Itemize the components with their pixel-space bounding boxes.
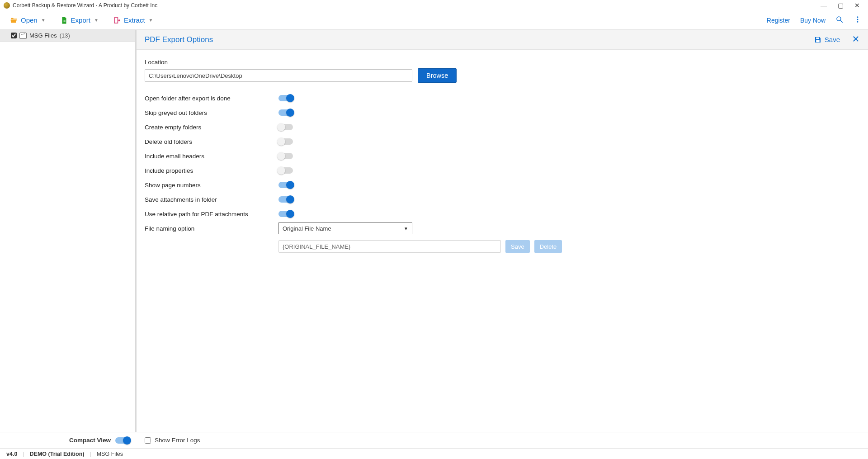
svg-line-1 bbox=[840, 20, 843, 23]
option-label: Open folder after export is done bbox=[145, 95, 278, 102]
buy-now-link[interactable]: Buy Now bbox=[800, 17, 826, 24]
main-toolbar: Open ▼ Export ▼ Extract ▼ Register Buy N… bbox=[0, 11, 868, 30]
search-icon bbox=[835, 15, 844, 24]
export-label: Export bbox=[71, 16, 90, 24]
x-icon bbox=[852, 35, 860, 43]
more-vertical-icon bbox=[854, 15, 862, 24]
pattern-delete-button[interactable]: Delete bbox=[534, 240, 562, 253]
panel-title: PDF Export Options bbox=[145, 35, 213, 44]
option-row: Skip greyed out folders bbox=[145, 105, 860, 120]
option-row: Open folder after export is done bbox=[145, 91, 860, 105]
tree-item-msg-files[interactable]: MSG Files (13) bbox=[0, 30, 135, 42]
location-input[interactable] bbox=[145, 69, 412, 82]
panel-save-label: Save bbox=[825, 36, 840, 43]
option-label: Use relative path for PDF attachments bbox=[145, 211, 278, 218]
option-toggle[interactable] bbox=[278, 95, 293, 101]
option-toggle[interactable] bbox=[278, 182, 293, 188]
compact-view-toggle[interactable] bbox=[115, 437, 130, 444]
statusbar: v4.0 | DEMO (Trial Edition) | MSG Files bbox=[0, 448, 868, 459]
file-naming-label: File naming option bbox=[145, 225, 278, 232]
window-title: Corbett Backup & Restore Wizard - A Prod… bbox=[13, 2, 157, 9]
extract-icon bbox=[113, 16, 121, 24]
titlebar: Corbett Backup & Restore Wizard - A Prod… bbox=[0, 0, 868, 11]
option-label: Include properties bbox=[145, 167, 278, 174]
option-toggle[interactable] bbox=[278, 153, 293, 159]
option-row: Include properties bbox=[145, 163, 860, 178]
folder-tree: MSG Files (13) bbox=[0, 30, 135, 432]
save-icon bbox=[814, 36, 822, 44]
register-link[interactable]: Register bbox=[767, 17, 790, 24]
status-version: v4.0 bbox=[6, 451, 17, 457]
more-menu-button[interactable] bbox=[854, 15, 862, 25]
open-label: Open bbox=[21, 16, 38, 24]
msg-file-icon bbox=[19, 33, 27, 39]
option-label: Create empty folders bbox=[145, 124, 278, 131]
option-row: Include email headers bbox=[145, 149, 860, 163]
show-error-logs-checkbox[interactable] bbox=[145, 437, 151, 444]
export-button[interactable]: Export ▼ bbox=[57, 14, 102, 26]
option-toggle[interactable] bbox=[278, 211, 293, 217]
option-label: Show page numbers bbox=[145, 182, 278, 189]
folder-open-icon bbox=[10, 16, 18, 24]
sidebar: MSG Files (13) bbox=[0, 30, 137, 432]
app-icon bbox=[4, 2, 10, 9]
svg-rect-5 bbox=[816, 37, 819, 39]
window-controls: — ▢ ✕ bbox=[821, 2, 864, 9]
compact-view-row: Compact View bbox=[0, 432, 137, 448]
export-icon bbox=[60, 16, 68, 24]
option-label: Delete old folders bbox=[145, 138, 278, 145]
maximize-icon[interactable]: ▢ bbox=[838, 2, 844, 9]
caret-down-icon: ▼ bbox=[94, 18, 99, 23]
svg-point-2 bbox=[857, 16, 859, 18]
caret-down-icon: ▼ bbox=[404, 226, 408, 231]
pattern-input[interactable] bbox=[278, 240, 501, 253]
svg-rect-6 bbox=[816, 40, 820, 42]
close-icon[interactable]: ✕ bbox=[854, 2, 860, 9]
option-row: Save attachments in folder bbox=[145, 192, 860, 207]
caret-down-icon: ▼ bbox=[41, 18, 46, 23]
file-naming-value: Original File Name bbox=[283, 225, 331, 232]
tree-item-label: MSG Files bbox=[29, 32, 57, 39]
option-row: Show page numbers bbox=[145, 178, 860, 192]
caret-down-icon: ▼ bbox=[149, 18, 153, 23]
option-toggle[interactable] bbox=[278, 167, 293, 174]
file-naming-select[interactable]: Original File Name ▼ bbox=[278, 222, 412, 234]
panel-save-button[interactable]: Save bbox=[814, 36, 840, 44]
content-panel: PDF Export Options Save Location Browse … bbox=[137, 30, 868, 432]
option-label: Include email headers bbox=[145, 153, 278, 160]
location-label: Location bbox=[145, 59, 860, 66]
option-label: Skip greyed out folders bbox=[145, 109, 278, 116]
extract-button[interactable]: Extract ▼ bbox=[109, 14, 157, 26]
option-row: Use relative path for PDF attachments bbox=[145, 207, 860, 221]
extract-label: Extract bbox=[124, 16, 145, 24]
svg-point-3 bbox=[857, 19, 859, 20]
compact-view-label: Compact View bbox=[69, 437, 111, 444]
option-toggle[interactable] bbox=[278, 196, 293, 203]
panel-header: PDF Export Options Save bbox=[137, 30, 868, 50]
option-toggle[interactable] bbox=[278, 124, 293, 130]
option-row: Create empty folders bbox=[145, 120, 860, 134]
status-context: MSG Files bbox=[97, 451, 123, 457]
open-button[interactable]: Open ▼ bbox=[6, 14, 49, 26]
bottom-strip: Compact View Show Error Logs bbox=[0, 432, 868, 448]
main-area: MSG Files (13) PDF Export Options Save L… bbox=[0, 30, 868, 432]
tree-item-count: (13) bbox=[60, 32, 70, 39]
panel-close-button[interactable] bbox=[852, 35, 860, 45]
option-label: Save attachments in folder bbox=[145, 196, 278, 203]
browse-button[interactable]: Browse bbox=[418, 68, 457, 83]
tree-checkbox[interactable] bbox=[11, 33, 17, 38]
pattern-save-button[interactable]: Save bbox=[505, 240, 530, 253]
form-area: Location Browse Open folder after export… bbox=[137, 50, 868, 432]
status-edition: DEMO (Trial Edition) bbox=[30, 451, 85, 457]
minimize-icon[interactable]: — bbox=[821, 2, 827, 9]
option-row: Delete old folders bbox=[145, 134, 860, 149]
svg-point-4 bbox=[857, 21, 859, 22]
search-button[interactable] bbox=[835, 15, 844, 25]
show-error-logs-label: Show Error Logs bbox=[155, 437, 200, 444]
option-toggle[interactable] bbox=[278, 109, 293, 116]
svg-point-0 bbox=[837, 17, 841, 21]
option-toggle[interactable] bbox=[278, 138, 293, 145]
